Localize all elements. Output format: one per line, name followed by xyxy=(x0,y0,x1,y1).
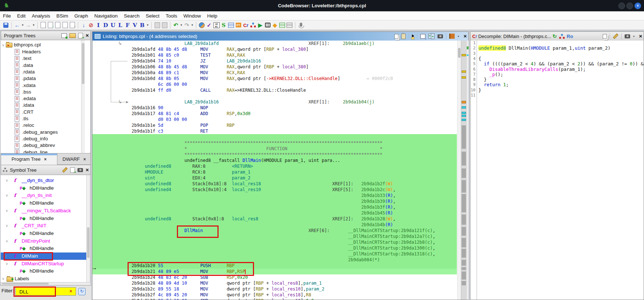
listing-line[interactable]: 2b9da1b33 83 7d 18 02 CMP dword ptr [RBP… xyxy=(132,298,314,300)
marker[interactable] xyxy=(462,106,466,109)
marker-gray[interactable] xyxy=(462,152,466,166)
script-icon[interactable]: S xyxy=(220,22,227,29)
marker[interactable] xyxy=(462,115,466,117)
marker-gray[interactable] xyxy=(462,168,466,178)
patch-icon[interactable] xyxy=(154,22,160,29)
decompile-line[interactable]: _p(); xyxy=(478,72,503,77)
tab-program-tree[interactable]: Program Tree × xyxy=(1,153,57,165)
re-decompile-icon[interactable]: ↻ xyxy=(553,33,557,39)
memory-icon[interactable] xyxy=(264,22,271,29)
tree-section-data[interactable]: .data xyxy=(15,62,33,69)
listing-line[interactable]: LAB_2b9da1b16 XREF[1]: 2b9da1b04(j) xyxy=(132,99,375,105)
tree-section-xdata[interactable]: .xdata xyxy=(15,82,35,89)
chevron-down-icon[interactable]: ▾ xyxy=(458,35,461,38)
menu-graph[interactable]: Graph xyxy=(75,13,88,19)
marker-gray[interactable] xyxy=(462,238,466,247)
marker-gray[interactable] xyxy=(462,271,466,280)
marker-gray[interactable] xyxy=(462,267,466,270)
chevron-down-icon[interactable]: ∨ xyxy=(5,192,8,199)
listing-line[interactable]: HMODULE RCX:8 param_1 xyxy=(132,169,250,175)
listing-line[interactable]: * FUNCTION * xyxy=(132,146,382,152)
listing-line[interactable]: DllMain XREF[6]: __DllMainCRTStartup:2b9… xyxy=(132,228,435,233)
listing-line[interactable]: undefined8 RAX:8 <RETURN> xyxy=(132,163,253,169)
decompile-line[interactable]: undefined8 DllMain(HMODULE param_1,uint … xyxy=(478,46,610,51)
tab-dwarf-close-icon[interactable]: × xyxy=(83,157,86,162)
tree-section-debug_abbrev[interactable]: .debug_abbrev xyxy=(15,142,55,149)
marker-gray[interactable] xyxy=(462,281,466,285)
filter-options-icon[interactable]: ↻ xyxy=(78,288,86,295)
tree-section-tls[interactable]: .tls xyxy=(15,115,29,122)
ro-button[interactable]: Ro xyxy=(567,34,573,39)
paste-icon[interactable] xyxy=(401,34,406,39)
listing-line[interactable]: undefined8 Stack[0x18]:8 local_res18 XRE… xyxy=(132,181,393,187)
listing-line[interactable]: 2b9dab084(*) xyxy=(132,257,380,263)
marker[interactable] xyxy=(462,76,466,79)
microphone-icon[interactable] xyxy=(298,22,304,29)
letter-v-icon[interactable]: V xyxy=(132,22,138,29)
listing-overview-margin[interactable] xyxy=(467,41,469,300)
edit-function-icon[interactable] xyxy=(613,34,618,39)
undo-icon[interactable]: ↶ xyxy=(173,22,179,29)
listing-line[interactable]: __DllMainCRTStartup:2b9da1300(c), xyxy=(132,245,435,251)
menu-tools[interactable]: Tools xyxy=(166,13,177,19)
listing-line[interactable]: 2b9da1b01 48 85 c0 TEST RAX,RAX xyxy=(132,52,245,58)
symbol-tree-close-icon[interactable]: × xyxy=(86,167,89,172)
tree-section-reloc[interactable]: .reloc xyxy=(15,122,34,129)
listing-line[interactable]: 2b9da1b1f c3 RET xyxy=(132,128,208,134)
listing-line[interactable]: ****************************************… xyxy=(132,140,382,146)
listing-line[interactable]: 2b9da1b21 48 89 e5 MOV RBP,RSP xyxy=(132,269,245,274)
listing-line[interactable]: 2b9da1b16 90 NOP xyxy=(132,105,208,111)
listing-line[interactable]: ****************************************… xyxy=(132,152,382,157)
marker-gray[interactable] xyxy=(462,194,466,212)
edit-symbol-icon[interactable] xyxy=(62,167,68,173)
listing-close-icon[interactable]: × xyxy=(463,34,467,39)
chevron-down-icon[interactable]: ∨ xyxy=(5,238,8,245)
tree-section-idata[interactable]: .idata xyxy=(15,102,34,109)
program-trees-header[interactable]: Program Trees × xyxy=(1,31,91,40)
diamond-icon[interactable]: ◆ xyxy=(272,22,278,29)
listing-line[interactable]: 2b9da1b39(R), xyxy=(132,198,396,204)
chevron-down-icon[interactable]: ∨ xyxy=(2,43,4,47)
letter-u-icon[interactable]: U xyxy=(110,22,116,29)
program-trees-close-icon[interactable]: × xyxy=(86,33,89,38)
export-view-icon[interactable]: ↓ xyxy=(62,22,68,29)
decompile-close-icon[interactable]: × xyxy=(639,34,642,39)
symbol---dyn-tls-init[interactable]: ∨f__dyn_tls_init xyxy=(1,192,90,199)
letter-l-icon[interactable]: L xyxy=(117,22,124,29)
patch2-icon[interactable] xyxy=(161,22,168,29)
listing-line[interactable]: 2b9da1b17 48 81 c4 ADD RSP,0x3d0 xyxy=(132,111,250,117)
listing-line[interactable]: 2b9da1b2c 89 55 18 MOV dword ptr [RBP + … xyxy=(132,286,325,292)
decompile-body[interactable]: 1234567891011 undefined8 DllMain(HMODULE… xyxy=(470,41,644,300)
listing-line[interactable]: 2b9da1b14 ff d0 CALL RAX=>KERNEL32.DLL::… xyxy=(132,87,306,93)
decompile-line[interactable]: if ((((param_2 < 4) && (param_2 < 2)) &&… xyxy=(478,61,644,67)
open-tree-icon[interactable] xyxy=(69,33,76,38)
margin-fields-icon[interactable] xyxy=(449,34,455,39)
listing-line[interactable]: __DllMainCRTStartup:2b9da1318(c), xyxy=(132,251,435,257)
chevron-down-icon[interactable]: ▾ xyxy=(146,22,149,29)
listing-line[interactable]: LAB_2b9da1afd XREF[1]: 2b9da1aeb(j) xyxy=(132,41,375,46)
snapshot-icon[interactable] xyxy=(77,168,83,172)
listing-line[interactable]: 2b9da1b2f 4c 89 45 20 MOV qword ptr [RBP… xyxy=(132,292,311,298)
chevron-down-icon[interactable]: ∨ xyxy=(5,207,8,214)
listing-line[interactable]: 2b9da1b0d 48 8b 05 MOV RAX,qword ptr [->… xyxy=(132,76,393,81)
symbol-dllmaincrtstartup[interactable]: ∨fDllMainCRTStartup xyxy=(1,260,90,267)
filter-clear-icon[interactable]: × xyxy=(69,288,72,294)
marker[interactable] xyxy=(462,119,466,121)
chevron-down-icon[interactable]: ▾ xyxy=(21,22,24,29)
disable-icon[interactable]: ⊘ xyxy=(88,22,94,29)
tree-section-debug_info[interactable]: .debug_info xyxy=(15,136,48,142)
marker-gray[interactable] xyxy=(462,260,466,266)
menu-file[interactable]: File xyxy=(3,13,11,19)
chevron-down-icon[interactable]: ∨ xyxy=(5,260,8,267)
chevron-right-icon[interactable]: › xyxy=(5,252,7,260)
listing-header[interactable]: Listing: bthprops.cpl - (4 addresses sel… xyxy=(92,32,468,41)
letter-i-icon[interactable]: I xyxy=(95,22,102,29)
marker[interactable] xyxy=(462,101,466,103)
decompile-copy-icon[interactable] xyxy=(603,34,607,39)
tree-section-edata[interactable]: .edata xyxy=(15,95,36,102)
listing-line[interactable]: undefined8 Stack[0x8]:8 local_res8 XREF[… xyxy=(132,216,396,222)
menu-select[interactable]: Select xyxy=(146,13,160,19)
window-minimize-button[interactable] xyxy=(618,3,625,9)
forward-icon[interactable]: → xyxy=(25,22,31,29)
symbol-tree-header[interactable]: Symbol Tree × xyxy=(1,165,91,175)
